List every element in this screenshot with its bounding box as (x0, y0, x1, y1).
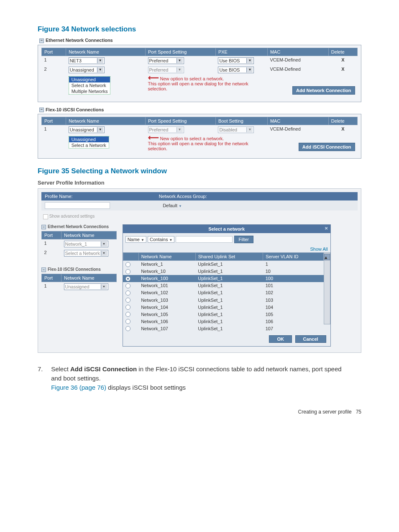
col-port: Port (42, 48, 66, 56)
table-row[interactable]: Network_105UplinkSet_1105 (123, 311, 323, 318)
filter-button[interactable]: Filter (234, 236, 253, 243)
iscsi-section-label: −Flex-10 iSCSI Connections (39, 107, 361, 113)
nag-value[interactable]: Default (163, 203, 177, 208)
figure-35-title: Figure 35 Selecting a Network window (38, 167, 361, 175)
table-row: 1Network_1▼ (42, 239, 117, 249)
delete-button[interactable]: X (328, 56, 357, 65)
col-pxe: PXE (215, 48, 267, 56)
show-advanced-label: Show advanced settings (49, 214, 95, 218)
radio-button[interactable] (125, 312, 130, 317)
figure-36-link[interactable]: Figure 36 (page 76) (51, 384, 106, 391)
net-dropdown-open[interactable]: Unassigned Select a Network (69, 136, 109, 149)
table-row: 1 NET3▼ Preferred▼ Use BIOS▼ VCEM-Define… (42, 56, 358, 65)
table-row[interactable]: Network_104UplinkSet_1104 (123, 303, 323, 311)
ok-button[interactable]: OK (269, 335, 292, 343)
table-row[interactable]: Network_102UplinkSet_1102 (123, 289, 323, 296)
arrow-icon: ⟵ (148, 134, 159, 142)
col-mac: MAC (267, 48, 328, 56)
radio-button[interactable] (125, 326, 130, 331)
select-network-dialog: Select a network✕ Name ▼ Contains ▼ Filt… (123, 224, 331, 347)
page-footer: Creating a server profile 75 (38, 409, 361, 415)
delete-button[interactable]: X (328, 65, 357, 75)
col-del: Delete (328, 48, 357, 56)
filter-input[interactable] (176, 236, 233, 243)
checkbox[interactable] (43, 214, 48, 219)
table-row[interactable]: Network_107UplinkSet_1107 (123, 325, 323, 332)
radio-button[interactable] (125, 305, 130, 310)
step-7: 7. Select Add iSCSI Connection in the Fl… (38, 365, 361, 392)
pxe-select[interactable]: Use BIOS▼ (218, 67, 254, 73)
filter-op-select[interactable]: Contains ▼ (148, 236, 174, 243)
radio-button[interactable] (125, 276, 130, 281)
pxe-select[interactable]: Use BIOS▼ (218, 57, 254, 64)
net-select[interactable]: Unassigned▼ (69, 67, 105, 73)
arrow-icon: ⟵ (148, 74, 159, 82)
table-row: 1 Unassigned▼ Preferred▼ Disabled▼ VCEM-… (42, 125, 358, 135)
table-row: 2Select a Network▼ (42, 249, 117, 258)
table-row[interactable]: Network_101UplinkSet_1101 (123, 282, 323, 289)
profile-name-input[interactable] (45, 202, 110, 209)
radio-button[interactable] (125, 290, 130, 296)
profile-name-label: Profile Name: (45, 194, 73, 199)
close-icon[interactable]: ✕ (325, 226, 328, 231)
radio-button[interactable] (125, 262, 130, 267)
net-select[interactable]: Select a Network▼ (64, 250, 108, 257)
table-row: 1Unassigned▼ (42, 282, 117, 291)
boot-select: Disabled▼ (218, 126, 254, 133)
table-row[interactable]: Network_1UplinkSet_11 (123, 260, 323, 268)
nag-label: Network Access Group: (159, 194, 207, 199)
table-row: 2 Unassigned▼ Preferred▼ Use BIOS▼ VCEM-… (42, 65, 358, 75)
net-select[interactable]: Network_1▼ (64, 241, 108, 247)
chevron-down-icon: ▼ (97, 58, 103, 63)
col-net: Network Name (66, 48, 146, 56)
radio-button[interactable] (125, 269, 130, 274)
radio-button[interactable] (125, 298, 130, 303)
server-profile-info-label: Server Profile Information (38, 180, 361, 186)
net-select[interactable]: Unassigned▼ (69, 126, 105, 133)
show-all-link[interactable]: Show All (310, 247, 327, 252)
col-pss: Port Speed Setting (146, 48, 216, 56)
pss-select[interactable]: Preferred▼ (148, 57, 184, 64)
pss-select: Preferred▼ (148, 126, 184, 133)
pss-select: Preferred▼ (148, 67, 184, 73)
net-select[interactable]: Unassigned▼ (64, 283, 108, 290)
scrollbar[interactable]: ▴ (324, 252, 330, 324)
net-select[interactable]: NET3▼ (69, 57, 105, 64)
table-row[interactable]: Network_103UplinkSet_1103 (123, 296, 323, 303)
table-row[interactable]: Network_106UplinkSet_1106 (123, 318, 323, 325)
delete-button[interactable]: X (328, 125, 357, 135)
net-dropdown-open[interactable]: Unassigned Select a Network Multiple Net… (69, 76, 111, 95)
iscsi-panel: Port Network Name Port Speed Setting Boo… (38, 114, 361, 159)
figure-34-title: Figure 34 Network selections (38, 25, 361, 33)
eth-panel: Port Network Name Port Speed Setting PXE… (38, 45, 361, 102)
table-row[interactable]: Network_10UplinkSet_110 (123, 268, 323, 275)
add-iscsi-button[interactable]: Add iSCSI Connection (299, 143, 355, 151)
radio-button[interactable] (125, 319, 130, 324)
add-network-button[interactable]: Add Network Connection (292, 86, 355, 95)
annotation: New option to select a network. (160, 76, 224, 81)
cancel-button[interactable]: Cancel (295, 335, 326, 343)
table-row[interactable]: Network_100UplinkSet_1100 (123, 275, 323, 282)
filter-field-select[interactable]: Name ▼ (125, 236, 146, 243)
radio-button[interactable] (125, 283, 130, 288)
eth-section-label: −Ethernet Network Connections (39, 38, 361, 43)
annotation: This option will open a new dialog for t… (148, 81, 248, 91)
profile-panel: Profile Name: Network Access Group: Defa… (38, 188, 361, 353)
